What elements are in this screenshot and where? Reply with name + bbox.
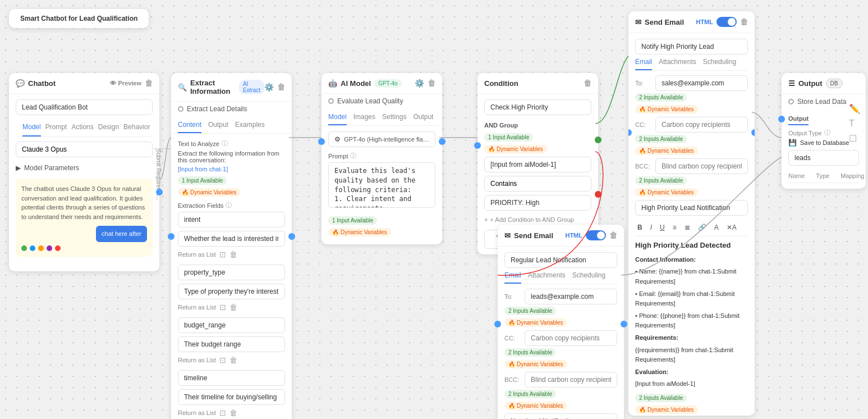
condition-check-input[interactable] [484, 99, 591, 115]
email-1-subject-input[interactable] [635, 200, 748, 216]
ai-tab-output[interactable]: Output [413, 113, 433, 125]
extract-tab-examples[interactable]: Examples [235, 121, 265, 133]
field-timeline-name[interactable] [178, 370, 285, 386]
tab-behavior[interactable]: Behavior [123, 119, 150, 136]
email-1-cc-input[interactable] [655, 117, 748, 133]
chatbot-output-connector [156, 189, 163, 195]
field-budget-copy[interactable]: ⊡ [219, 356, 226, 365]
extract-tab-output[interactable]: Output [208, 121, 228, 133]
field-property-name[interactable] [178, 265, 285, 280]
html-toggle-1[interactable]: HTML [696, 17, 737, 27]
chatbot-delete-btn[interactable]: 🗑 [145, 79, 153, 88]
tab-prompt[interactable]: Prompt [45, 119, 67, 136]
model-select[interactable]: Claude 3 Opus [16, 142, 153, 157]
email-1-name-input[interactable] [635, 39, 748, 54]
preview-btn[interactable]: 👁 Preview [110, 80, 141, 86]
field-budget-name[interactable] [178, 317, 285, 333]
toggle-switch-2[interactable] [586, 230, 606, 240]
ai-settings-btn[interactable]: ⚙️ [415, 79, 424, 88]
field-budget-delete[interactable]: 🗑 [229, 356, 237, 365]
tab-model[interactable]: Model [22, 119, 41, 136]
list-btn[interactable]: ≡ [670, 222, 679, 233]
email-2-to-input[interactable] [525, 289, 617, 304]
field-intent-desc[interactable] [178, 231, 285, 247]
chatbot-name-input[interactable] [16, 99, 153, 115]
extract-settings-btn[interactable]: ⚙️ [264, 83, 274, 92]
output-radio-btn[interactable] [788, 99, 794, 104]
underline-btn[interactable]: U [658, 222, 667, 233]
bcc-label-2: BCC: [504, 376, 521, 383]
add-condition-btn[interactable]: + + Add Condition to AND Group [484, 214, 591, 225]
ai-tab-model[interactable]: Model [328, 113, 347, 125]
field-budget-desc[interactable] [178, 336, 285, 352]
condition-delete-btn[interactable]: 🗑 [584, 79, 591, 88]
tab-actions[interactable]: Actions [71, 119, 93, 136]
field-intent-delete[interactable]: 🗑 [229, 250, 237, 259]
send-email-2-header: ✉ Send Email HTML 🗑 [498, 225, 624, 247]
email-icon-2: ✉ [504, 231, 511, 240]
email-2-name-input[interactable] [504, 252, 617, 268]
ai-tabs: Model Images Settings Output [322, 108, 442, 126]
email-1-tab-scheduling[interactable]: Scheduling [703, 58, 736, 70]
edit-btn[interactable]: ✏️ [849, 103, 860, 114]
email-1-bcc-input[interactable] [655, 158, 748, 174]
ai-model-node: 🤖 AI Model GPT-4o ⚙️ 🗑 Evaluate Lead Qua… [322, 73, 442, 244]
email-2-tab-attachments[interactable]: Attachments [528, 271, 566, 284]
align-btn[interactable]: A [712, 222, 721, 233]
page-title: Smart Chatbot for Lead Qualification [9, 9, 149, 28]
condition-type-select[interactable]: Contains [484, 176, 591, 192]
email-2-subject-input[interactable] [504, 413, 617, 419]
field-timeline-copy[interactable]: ⊡ [219, 408, 226, 417]
email-1-to-input[interactable] [655, 75, 748, 91]
extract-radio-btn[interactable] [178, 106, 183, 112]
text-btn[interactable]: T [849, 119, 860, 129]
field-timeline-delete[interactable]: 🗑 [229, 408, 237, 417]
email-1-tab-email[interactable]: Email [635, 58, 652, 70]
ai-output-connector [439, 138, 446, 145]
extract-tabs: Content Output Examples [171, 116, 292, 134]
field-property-delete[interactable]: 🗑 [229, 303, 237, 312]
email-2-bcc-input[interactable] [525, 372, 617, 388]
field-timeline-desc[interactable] [178, 389, 285, 405]
ai-delete-btn[interactable]: 🗑 [428, 79, 435, 88]
email-1-body-text: High Priority Lead Detected Contact Info… [635, 240, 748, 389]
email-2-tab-scheduling[interactable]: Scheduling [572, 271, 605, 284]
field-property-desc[interactable] [178, 284, 285, 299]
italic-btn[interactable]: I [648, 222, 654, 233]
link-btn[interactable]: 🔗 [696, 222, 709, 233]
field-intent-name[interactable] [178, 212, 285, 227]
prompt-textarea[interactable]: Evaluate this lead's quality based on th… [328, 162, 435, 208]
list-btn-2[interactable]: ≣ [682, 222, 692, 233]
tab-design[interactable]: Design [98, 119, 119, 136]
workflow-canvas[interactable]: Smart Chatbot for Lead Qualification 💬 C… [0, 0, 868, 419]
db-badge: DB [826, 79, 843, 88]
output-db-input[interactable] [788, 150, 859, 166]
extract-tab-content[interactable]: Content [178, 121, 201, 133]
html-toggle-2[interactable]: HTML [565, 230, 606, 240]
email-2-delete-btn[interactable]: 🗑 [609, 231, 617, 240]
email-2-tab-email[interactable]: Email [504, 271, 521, 284]
model-params[interactable]: ▶ Model Parameters [16, 162, 153, 174]
extract-delete-btn[interactable]: 🗑 [277, 83, 285, 92]
toggle-switch-1[interactable] [717, 17, 737, 27]
ai-model-select[interactable]: ⚙ GPT-4o (High-intelligence flagship mod… [328, 131, 435, 147]
ai-tab-settings[interactable]: Settings [382, 113, 406, 125]
ai-radio: Evaluate Lead Quality [322, 94, 442, 108]
send-email-2-title: Send Email [514, 231, 553, 240]
ai-radio-btn[interactable] [328, 98, 334, 104]
output-action-btns: ✏️ T ☐ [849, 103, 860, 144]
email-2-cc-input[interactable] [525, 330, 617, 346]
field-intent-copy[interactable]: ⊡ [219, 250, 226, 259]
ai-tab-images[interactable]: Images [353, 113, 375, 125]
email-1-delete-btn[interactable]: 🗑 [740, 17, 748, 26]
condition-input-value[interactable] [484, 157, 591, 172]
field-property-copy[interactable]: ⊡ [219, 303, 226, 312]
checkbox-btn[interactable]: ☐ [849, 133, 860, 144]
field-intent: Return as List ⊡ 🗑 [178, 212, 285, 259]
email-2-tabs: Email Attachments Scheduling [504, 271, 617, 284]
email-2-bcc-row: BCC: [504, 372, 617, 388]
condition-value-input[interactable] [484, 195, 591, 211]
bold-btn[interactable]: B [635, 222, 645, 233]
email-1-tab-attachments[interactable]: Attachments [659, 58, 696, 70]
clear-btn[interactable]: ✕A [724, 222, 739, 233]
